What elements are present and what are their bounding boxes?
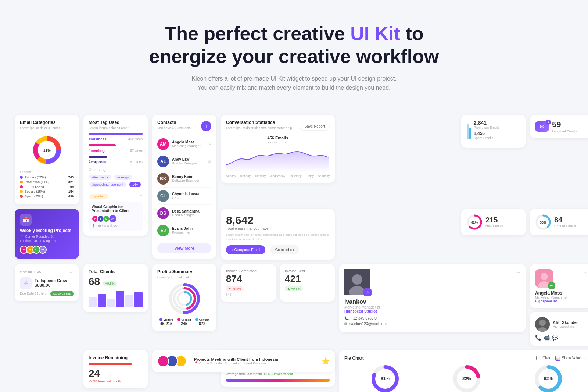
mail-badge: 1 <box>546 120 551 125</box>
tag-chips: #teamwork #design #projectmanagement 16+ <box>89 173 143 188</box>
projects-meeting-title: Projects Meeting with Client from Indone… <box>194 357 278 361</box>
invoice-completed-number: 874 <box>226 273 271 285</box>
pie-invoices-made: 81% Invoices Made <box>370 364 400 392</box>
contact-benny: BK Benny Kenn Software Engineer <box>157 170 211 188</box>
invoice-completed-title: Invoice Completed <box>226 269 271 273</box>
contact-detail-more-icon[interactable]: ··· <box>516 269 520 275</box>
pie-chart-checkbox[interactable] <box>536 356 541 360</box>
invoice-small-card: #INV-0001245 ··· ⚡ Fullspeedo Crew $680.… <box>15 264 79 301</box>
svg-point-15 <box>352 274 362 285</box>
email-categories-subtitle: Lorem ipsum dolor sit amet <box>20 126 74 130</box>
contacts-right-col: Hs ··· Angela Moss Marketing Manager at … <box>530 264 588 346</box>
save-report-button[interactable]: Save Report <box>300 122 330 131</box>
pie-projects-svg: 62% <box>534 364 563 392</box>
pie-projects-done: 62% Projects Done <box>534 364 563 392</box>
bar-2 <box>98 294 106 307</box>
new-emails-ring: 62% <box>466 214 483 230</box>
add-contact-button[interactable]: + <box>201 121 211 131</box>
pie-more-icon[interactable]: ··· <box>585 355 588 361</box>
profile-summary-card: Profile Summary Lorem ipsum dolor sit Vi… <box>152 264 216 331</box>
inbox-button[interactable]: Go to Inbox <box>270 245 300 254</box>
project-avatars <box>157 355 187 367</box>
compose-email-button[interactable]: + Compose Email <box>226 245 265 254</box>
meeting-avatars: A B C 5+ <box>20 246 74 254</box>
svg-rect-7 <box>469 128 471 139</box>
svg-text:81%: 81% <box>381 376 390 381</box>
total-emails-card: 8,642 Total emails that you have Lorem i… <box>221 209 335 260</box>
total-emails-desc: Lorem ipsum dolor sit amet, consectetur … <box>226 233 330 242</box>
total-emails-number: 8,642 <box>226 214 330 227</box>
contacts-card: Contacts You have 456 contacts + AM Ange… <box>152 115 216 259</box>
legend-spam: Spam (25%) 696 <box>20 195 74 198</box>
angela-card: Hs ··· Angela Moss Marketing Manager at … <box>530 264 588 308</box>
svg-point-18 <box>541 273 548 280</box>
bar-6 <box>134 292 143 307</box>
angela-role: Marketing Manager at <box>535 296 588 299</box>
afiff-name: Afiff Skunder <box>553 320 578 325</box>
calendar-icon: 📅 <box>20 214 32 226</box>
task-extra-count: 5+ <box>109 215 116 222</box>
email-count-label: 456 Emails <box>226 136 330 140</box>
show-value-label: 📊 Show Value <box>555 356 581 361</box>
invoice-amount: $680.00 <box>35 283 67 288</box>
clients-bar-chart <box>89 291 143 307</box>
svg-point-21 <box>539 320 546 326</box>
invoice-due: Due Date 12d left <box>20 292 46 295</box>
contact-detail-name: Ivankov <box>344 299 520 305</box>
contact-della: DS Della Samantha Head Manager <box>157 205 211 222</box>
angela-name: Angela Moss <box>535 291 588 296</box>
projects-meeting-location: 📍 Corner Rounded St, London, United King… <box>194 361 278 365</box>
pie-chart-section: Pie Chart Chart 📊 Show Value ··· 81% <box>339 350 588 392</box>
total-clients-title: Total Clients <box>89 269 143 274</box>
conversation-stats-card: Conversation Statistics Lorem ipsum dolo… <box>221 115 335 183</box>
invoice-sent-card: Invoice Sent 421 ▲ +0.5% <box>280 264 335 302</box>
tag-business: #business 452 times <box>89 133 143 142</box>
contact-avatar-andy: AL <box>157 156 169 167</box>
clicked-value: 245 <box>177 321 191 326</box>
invoice-remaining-growth: -0.8% from last month <box>89 379 143 383</box>
total-clients-growth: +0.5% <box>103 281 117 286</box>
legend-dot-primary <box>20 176 23 179</box>
angela-more-icon[interactable]: ··· <box>585 269 588 275</box>
legend-forum: Forum (22%) 69 <box>20 185 74 189</box>
pie-clients-growth: 22% Clients Growth <box>452 364 481 392</box>
balance-sub: Average from last month <box>226 372 262 376</box>
legend-dot-forum <box>20 185 23 188</box>
contacts-title: Contacts <box>157 120 191 125</box>
svg-text:38%: 38% <box>540 221 546 224</box>
afiff-video-icon: 📹 <box>544 335 550 341</box>
view-more-button[interactable]: View More <box>157 243 211 253</box>
bar-3 <box>107 299 115 307</box>
bar-4 <box>116 291 124 307</box>
most-tag-title: Most Tag Used <box>89 120 143 125</box>
dashboard-grid: Email Categories Lorem ipsum dolor sit a… <box>0 107 588 392</box>
invoice-sent-number: 421 <box>285 273 330 285</box>
angela-company: Highspeed Inc. <box>535 299 588 303</box>
visitors-value: 45,215 <box>159 321 173 326</box>
contact-avatar-evans: EJ <box>157 225 169 236</box>
profile-summary-subtitle: Lorem ipsum dolor sit <box>157 275 211 279</box>
proj-avatar-1 <box>157 355 169 367</box>
spam-number: 1,456 <box>474 131 500 136</box>
bar-5 <box>125 295 133 307</box>
company-badge-hs: Hs <box>363 288 372 296</box>
more-options-icon[interactable]: ··· <box>138 192 143 198</box>
balance-bar <box>226 379 330 382</box>
afiff-phone-icon: 📞 <box>535 335 541 341</box>
contacts-subtitle: You have 456 contacts <box>157 126 191 130</box>
contact-phone: 📞 +12 345 6789 0 <box>344 316 520 320</box>
conv-stats-title: Conversation Statistics <box>226 120 292 125</box>
contact-avatar-della: DS <box>157 207 169 219</box>
total-clients-card: Total Clients 68 +0.5% <box>83 264 148 312</box>
unread-emails-ring: 38% <box>535 214 551 230</box>
contact-menu-icon[interactable]: ≡ <box>209 142 211 147</box>
spam-label: Spam Emails <box>474 136 500 140</box>
svg-rect-6 <box>467 124 469 139</box>
afiff-chat-icon: 💬 <box>552 335 558 341</box>
invoice-more-icon[interactable]: ··· <box>69 269 74 275</box>
afiff-avatar-svg <box>535 317 550 332</box>
email-categories-title: Email Categories <box>20 120 74 125</box>
contact-value: 672 <box>195 321 209 326</box>
task-avatar-3: C <box>103 215 110 222</box>
contact-email-icon[interactable]: ✉ <box>208 159 211 164</box>
